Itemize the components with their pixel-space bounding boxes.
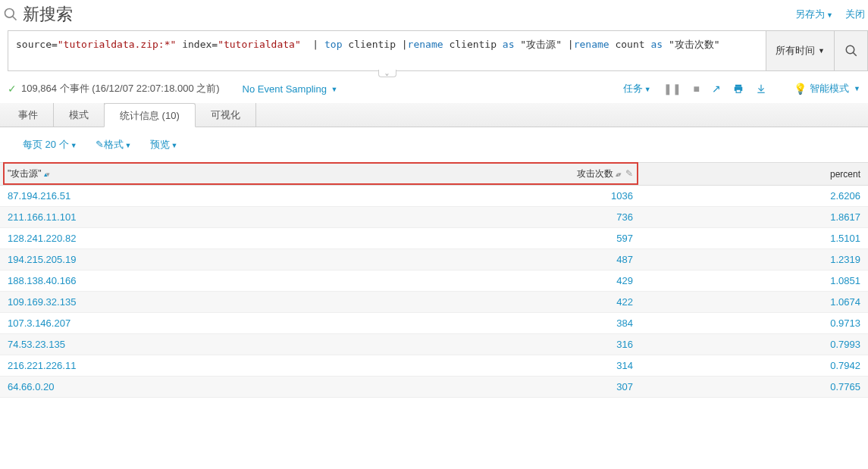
save-as-link[interactable]: 另存为▼ (795, 8, 833, 21)
status-left: ✓ 109,864 个事件 (16/12/07 22:07:18.000 之前)… (8, 82, 337, 95)
search-input[interactable]: source="tutorialdata.zip:*" index="tutor… (8, 30, 766, 71)
chevron-down-icon: ▼ (331, 86, 338, 93)
percent-value: 0.9713 (830, 317, 860, 329)
cell-percent: 1.0674 (641, 292, 868, 313)
table-row[interactable]: 211.166.11.1017361.8617 (0, 207, 868, 228)
cell-count: 384 (371, 313, 641, 334)
header-count-label: 攻击次数 (577, 168, 613, 179)
table-row[interactable]: 87.194.216.5110362.6206 (0, 186, 868, 207)
chevron-down-icon: ▼ (644, 86, 651, 93)
header-source-label: "攻击源" (8, 168, 42, 179)
cell-count: 1036 (371, 186, 641, 207)
expand-handle[interactable]: ⌄ (378, 70, 396, 77)
smart-mode-label: 智能模式 (810, 82, 849, 95)
source-value: 216.221.226.11 (8, 360, 76, 371)
results-table-wrap: "攻击源"▴▾ 攻击次数▴▾ ✎ percent 87.194.216.5110… (0, 162, 868, 398)
cell-count: 736 (371, 207, 641, 228)
tabs: 事件 模式 统计信息 (10) 可视化 (0, 103, 868, 127)
count-value: 736 (616, 211, 633, 223)
results-toolbar: 每页 20 个▼ ✎格式▼ 预览▼ (0, 127, 868, 162)
count-value: 422 (616, 296, 633, 308)
share-icon[interactable]: ↗ (712, 83, 721, 95)
cell-count: 316 (371, 334, 641, 355)
column-header-source[interactable]: "攻击源"▴▾ (0, 163, 371, 186)
lightbulb-icon: 💡 (794, 83, 807, 95)
time-range-picker[interactable]: 所有时间▼ (766, 30, 835, 71)
cell-percent: 0.7765 (641, 377, 868, 398)
table-row[interactable]: 109.169.32.1354221.0674 (0, 292, 868, 313)
tab-visualize[interactable]: 可视化 (196, 103, 256, 127)
page-title: 新搜索 (23, 3, 73, 26)
source-value: 128.241.220.82 (8, 233, 76, 244)
count-value: 384 (616, 317, 633, 329)
column-header-percent[interactable]: percent (641, 163, 868, 186)
search-icon (3, 7, 18, 22)
table-row[interactable]: 194.215.205.194871.2319 (0, 249, 868, 270)
table-row[interactable]: 64.66.0.203070.7765 (0, 377, 868, 398)
svg-point-2 (846, 45, 854, 54)
table-row[interactable]: 74.53.23.1353160.7993 (0, 334, 868, 355)
events-count: 109,864 个事件 (16/12/07 22:07:18.000 之前) (21, 82, 220, 95)
svg-rect-6 (736, 89, 741, 92)
percent-value: 0.7765 (830, 381, 860, 392)
cell-percent: 1.2319 (641, 249, 868, 270)
sort-icon: ▴▾ (44, 170, 49, 178)
tab-statistics[interactable]: 统计信息 (10) (104, 103, 196, 127)
table-row[interactable]: 216.221.226.113140.7942 (0, 355, 868, 377)
tab-events[interactable]: 事件 (3, 103, 54, 127)
cell-percent: 0.7942 (641, 355, 868, 377)
source-value: 109.169.32.135 (8, 296, 76, 308)
cell-source: 128.241.220.82 (0, 228, 371, 249)
preview-dropdown[interactable]: 预览▼ (150, 138, 178, 152)
status-row: ✓ 109,864 个事件 (16/12/07 22:07:18.000 之前)… (0, 71, 868, 103)
search-query-text: source="tutorialdata.zip:*" index="tutor… (16, 37, 758, 53)
search-bar: source="tutorialdata.zip:*" index="tutor… (0, 30, 868, 71)
source-value: 211.166.11.101 (8, 211, 76, 223)
smart-mode-dropdown[interactable]: 💡 智能模式▼ (794, 82, 860, 95)
percent-value: 0.7942 (830, 360, 860, 371)
table-row[interactable]: 107.3.146.2073840.9713 (0, 313, 868, 334)
status-right: 任务▼ ❚❚ ■ ↗ 💡 智能模式▼ (623, 82, 860, 95)
preview-label: 预览 (150, 139, 170, 150)
cell-source: 216.221.226.11 (0, 355, 371, 377)
print-icon[interactable] (733, 83, 744, 94)
cell-count: 422 (371, 292, 641, 313)
sampling-dropdown[interactable]: No Event Sampling ▼ (243, 83, 338, 95)
table-row[interactable]: 188.138.40.1664291.0851 (0, 270, 868, 292)
count-value: 307 (616, 381, 633, 392)
chevron-down-icon: ▼ (818, 47, 825, 55)
tasks-dropdown[interactable]: 任务▼ (623, 82, 651, 95)
cell-count: 307 (371, 377, 641, 398)
cell-count: 487 (371, 249, 641, 270)
search-button[interactable] (835, 30, 868, 71)
cell-source: 87.194.216.51 (0, 186, 371, 207)
cell-source: 109.169.32.135 (0, 292, 371, 313)
svg-line-1 (13, 17, 17, 20)
cell-percent: 0.9713 (641, 313, 868, 334)
header-left: 新搜索 (3, 3, 795, 26)
source-value: 74.53.23.135 (8, 339, 65, 350)
column-header-count[interactable]: 攻击次数▴▾ ✎ (371, 163, 641, 186)
close-link[interactable]: 关闭 (845, 8, 865, 21)
cell-percent: 0.7993 (641, 334, 868, 355)
cell-percent: 1.5101 (641, 228, 868, 249)
table-row[interactable]: 128.241.220.825971.5101 (0, 228, 868, 249)
header-actions: 另存为▼ 关闭 (795, 8, 865, 21)
percent-value: 1.2319 (830, 254, 860, 265)
per-page-label: 每页 20 个 (23, 139, 69, 150)
percent-value: 1.0851 (830, 275, 860, 286)
download-icon[interactable] (756, 83, 766, 94)
stop-icon[interactable]: ■ (694, 83, 700, 95)
pencil-icon[interactable]: ✎ (625, 168, 633, 179)
cell-count: 429 (371, 270, 641, 292)
pause-icon[interactable]: ❚❚ (663, 83, 682, 95)
source-value: 64.66.0.20 (8, 381, 54, 392)
cell-source: 188.138.40.166 (0, 270, 371, 292)
tab-patterns[interactable]: 模式 (54, 103, 105, 127)
chevron-down-icon: ▼ (854, 85, 860, 92)
per-page-dropdown[interactable]: 每页 20 个▼ (23, 138, 77, 152)
percent-value: 1.0674 (830, 296, 860, 308)
check-icon: ✓ (8, 83, 17, 95)
format-dropdown[interactable]: ✎格式▼ (96, 138, 132, 152)
chevron-down-icon: ▼ (826, 11, 833, 19)
